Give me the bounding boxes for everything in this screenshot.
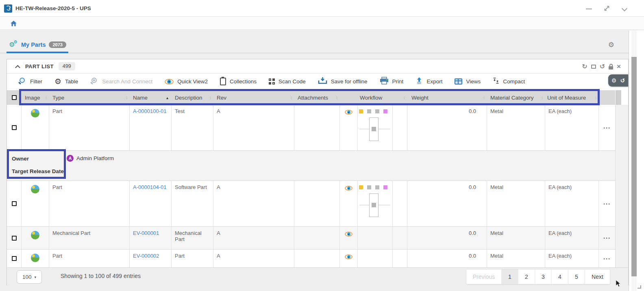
cell-type: Mechanical Part [49, 227, 130, 249]
row-more-button[interactable]: ··· [603, 255, 611, 262]
col-header-rev[interactable]: Rev▴▾ [213, 90, 294, 105]
filter-button[interactable]: Filter [18, 78, 49, 86]
row-checkbox[interactable] [12, 236, 17, 241]
col-header-image[interactable]: Image▴▾ [22, 90, 49, 105]
col-header-quickview [340, 90, 358, 105]
table-row[interactable]: Mechanical Part EV-000001 Mechanical Par… [7, 227, 615, 250]
grid-settings-popout[interactable]: ⚙ ↺ [608, 74, 628, 87]
page-button-3[interactable]: 3 [535, 269, 551, 284]
maximize-icon[interactable] [591, 65, 596, 69]
row-checkbox[interactable] [12, 256, 17, 261]
part-thumbnail[interactable] [31, 185, 39, 193]
part-link[interactable]: EV-000001 [133, 230, 159, 236]
refresh-icon[interactable]: ↻ [582, 63, 587, 70]
workflow-step [375, 109, 379, 113]
table-row[interactable]: Part A-0000100-01 Test A 0.0 M [7, 105, 615, 151]
workflow-map [359, 193, 391, 218]
next-page-button[interactable]: Next [585, 269, 610, 284]
table-row[interactable]: Part EV-000002 Part A 0.0 Metal EA (each… [7, 250, 615, 267]
col-header-weight[interactable]: Weight▴▾ [407, 90, 487, 105]
part-thumbnail[interactable] [31, 254, 39, 262]
quick-view-eye-icon[interactable] [345, 254, 352, 259]
print-button[interactable]: Print [380, 77, 410, 86]
cell-workflow[interactable] [358, 105, 393, 150]
col-header-type[interactable]: Type▴▾ [49, 90, 130, 105]
page-button-5[interactable]: 5 [568, 269, 585, 284]
part-thumbnail[interactable] [31, 231, 39, 239]
collapse-chevron-icon[interactable] [15, 65, 20, 70]
gears-icon: ⚙⚙ [9, 41, 18, 49]
table-toolbar: Filter ⚙ Table + Search And Connect Quic… [7, 74, 628, 89]
window-title: HE-TW-Release-2020-5 - UPS [15, 5, 91, 11]
cell-type: Part [49, 181, 130, 226]
page-button-4[interactable]: 4 [551, 269, 568, 284]
quick-view-button[interactable]: Quick View2 [165, 78, 214, 85]
row-more-button[interactable]: ··· [603, 124, 611, 131]
col-header-name[interactable]: Name▴ [130, 90, 172, 105]
tab-settings-gear-icon[interactable]: ⚙ [608, 41, 614, 49]
eye-icon [165, 79, 174, 85]
views-button[interactable]: Views [455, 78, 487, 85]
home-icon[interactable] [10, 20, 17, 28]
page-button-1[interactable]: 1 [501, 269, 518, 284]
table-row[interactable]: Part A-0000104-01 Software Part A 0.0 [7, 181, 615, 227]
lock-icon[interactable] [609, 64, 613, 69]
part-thumbnail[interactable] [31, 109, 39, 117]
tab-my-parts[interactable]: ⚙⚙ My Parts 2073 [7, 37, 69, 53]
search-and-connect-button: + Search And Connect [90, 78, 159, 86]
popout-gear-icon[interactable]: ⚙ [611, 78, 617, 83]
scan-code-button[interactable]: Scan Code [269, 78, 312, 85]
compact-button[interactable]: Compact [493, 77, 531, 86]
sort-icon: ▴▾ [126, 96, 127, 100]
part-link[interactable]: EV-000002 [133, 253, 159, 259]
cell-unit-of-measure: EA (each) [545, 181, 599, 226]
select-all-checkbox[interactable] [12, 95, 17, 100]
cell-workflow[interactable] [358, 181, 393, 226]
window-resize-corner[interactable] [637, 285, 641, 289]
row-checkbox[interactable] [12, 201, 17, 206]
col-header-attachments[interactable]: Attachments▴▾ [294, 90, 340, 105]
export-button[interactable]: Export [416, 77, 449, 86]
page-button-2[interactable]: 2 [518, 269, 535, 284]
part-list-panel: PART LIST 499 ↻ ↺ × Filter ⚙ Tab [7, 59, 629, 285]
col-header-description[interactable]: Description▴▾ [172, 90, 213, 105]
printer-icon [380, 77, 389, 86]
collections-button[interactable]: Collections [220, 78, 263, 85]
popout-undo-icon[interactable]: ↺ [620, 78, 625, 83]
sort-ascending-icon: ▴ [166, 96, 168, 100]
save-offline-button[interactable]: Save for offline [318, 77, 374, 86]
cell-attachments [294, 227, 340, 249]
minimize-icon[interactable] [586, 9, 592, 9]
table-button[interactable]: ⚙ Table [54, 78, 85, 85]
sort-icon: ▴▾ [595, 96, 596, 100]
col-header-unit-of-measure[interactable]: Unit of Measure▴▾ [545, 90, 599, 105]
cell-material-category: Metal [487, 250, 545, 267]
cell-weight: 0.0 [407, 105, 487, 150]
previous-page-button[interactable]: Previous [466, 269, 501, 284]
cell-unit-of-measure: EA (each) [545, 105, 599, 150]
part-link[interactable]: A-0000100-01 [133, 108, 166, 114]
gear-icon: ⚙ [54, 78, 61, 85]
scrollbar-thumb[interactable] [631, 57, 637, 276]
row-checkbox[interactable] [12, 125, 17, 130]
page-size-dropdown[interactable]: 100 ▾ [17, 270, 42, 284]
chevron-down-icon[interactable] [622, 6, 627, 11]
cell-spacer [393, 181, 407, 226]
row-more-button[interactable]: ··· [603, 200, 611, 207]
quick-view-eye-icon[interactable] [345, 186, 352, 191]
workflow-step [359, 109, 363, 113]
close-icon[interactable]: × [617, 63, 621, 70]
col-header-material-category[interactable]: Material Category▴▾ [487, 90, 545, 105]
col-header-workflow[interactable]: Workflow [358, 90, 393, 105]
target-release-date-label: Target Release Date [12, 168, 64, 174]
reset-icon[interactable]: ↺ [600, 63, 605, 70]
quick-view-eye-icon[interactable] [345, 232, 352, 237]
quick-view-eye-icon[interactable] [345, 110, 352, 115]
row-detail-band: Owner Target Release Date A Admin Platfo… [7, 151, 615, 181]
app-logo-icon [4, 4, 12, 13]
clipboard-icon [220, 78, 226, 85]
expand-icon[interactable] [603, 5, 610, 13]
part-link[interactable]: A-0000104-01 [133, 184, 166, 190]
row-more-button[interactable]: ··· [603, 235, 611, 241]
cell-workflow [358, 250, 393, 267]
